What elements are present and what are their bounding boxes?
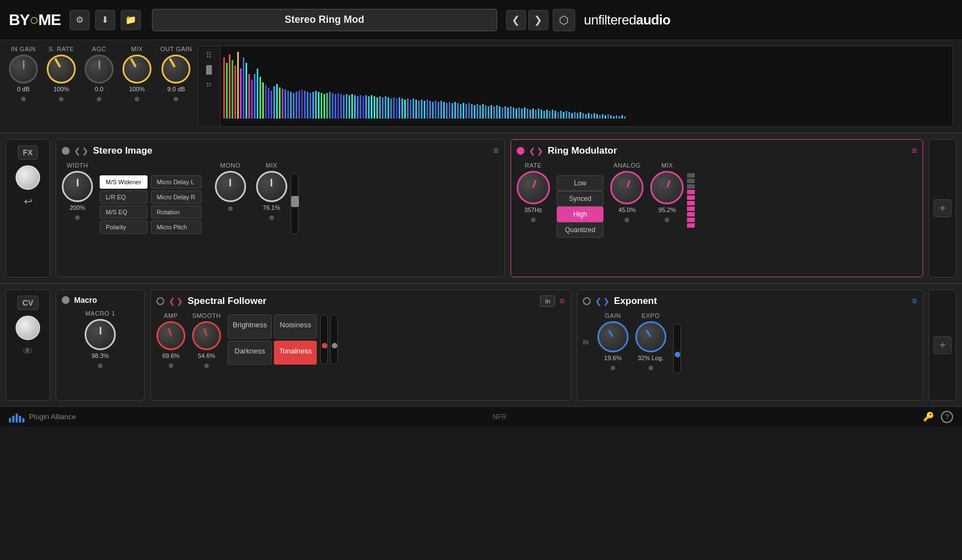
sf-slider-2[interactable] (330, 315, 338, 365)
mono-label: MONO (220, 162, 240, 169)
stereo-image-prev[interactable]: ❮ (74, 146, 81, 155)
sf-btn-tonalness[interactable]: Tonalness (274, 341, 317, 365)
si-tab-micro-delay-l[interactable]: Micro Delay L (151, 175, 202, 189)
stereo-image-next[interactable]: ❯ (82, 146, 89, 155)
svg-rect-35 (321, 93, 322, 119)
spectral-status-dot[interactable] (156, 297, 164, 305)
svg-rect-43 (343, 95, 345, 119)
exponent-next[interactable]: ❯ (603, 297, 610, 306)
sf-slider-1[interactable] (320, 315, 328, 365)
width-knob[interactable] (62, 171, 93, 202)
macro-status-dot[interactable] (62, 296, 70, 304)
svg-rect-128 (580, 112, 581, 119)
si-tab-rotation[interactable]: Rotation (151, 205, 202, 219)
svg-rect-63 (399, 97, 400, 119)
range-low-btn[interactable]: Low (557, 175, 604, 191)
download-button[interactable]: ⬇ (95, 10, 115, 30)
folder-button[interactable]: 📁 (121, 10, 141, 30)
ring-mod-next[interactable]: ❯ (537, 146, 543, 155)
smooth-knob[interactable] (192, 321, 221, 350)
sf-btn-darkness[interactable]: Darkness (228, 341, 272, 365)
stereo-image-menu[interactable]: ≡ (493, 146, 498, 156)
in-gain-knob[interactable] (9, 55, 38, 83)
expo-knob[interactable] (635, 321, 666, 352)
svg-rect-124 (568, 112, 570, 119)
mix-knob[interactable] (122, 55, 151, 83)
help-icon[interactable]: ? (941, 411, 953, 423)
range-quantized-btn[interactable]: Quantized (557, 222, 604, 238)
svg-rect-80 (446, 103, 448, 119)
spectral-menu[interactable]: ≡ (559, 296, 565, 306)
width-group: WIDTH 200% (62, 162, 93, 220)
cv-eye-icon[interactable]: 👁 (23, 346, 33, 357)
rm-mix-knob[interactable] (650, 171, 684, 204)
key-icon[interactable]: 🔑 (923, 411, 934, 422)
gain-knob[interactable] (597, 321, 629, 352)
svg-rect-46 (351, 94, 353, 119)
spectral-controls: AMP 69.6% SMOOTH 54.6% Brightness Noisin… (156, 312, 565, 368)
spectral-next[interactable]: ❯ (176, 297, 183, 306)
svg-rect-22 (284, 90, 286, 119)
sf-btn-noisiness[interactable]: Noisiness (274, 315, 317, 338)
sf-btn-brightness[interactable]: Brightness (228, 315, 272, 338)
svg-rect-141 (616, 115, 617, 119)
cv-add-button[interactable]: + (934, 336, 951, 354)
range-synced-btn[interactable]: Synced (557, 191, 604, 207)
svg-rect-18 (273, 86, 275, 119)
svg-rect-133 (593, 113, 595, 119)
amp-knob[interactable] (156, 321, 185, 350)
si-tab-polarity[interactable]: Polarity (100, 220, 148, 234)
fx-white-button[interactable] (16, 165, 40, 190)
stereo-image-status-dot[interactable] (62, 147, 70, 155)
brand-icon-button[interactable]: ⬡ (553, 9, 575, 31)
si-tab-lr-eq[interactable]: L/R EQ (100, 190, 148, 204)
exponent-prev[interactable]: ❮ (595, 297, 602, 306)
spectral-prev[interactable]: ❮ (169, 297, 175, 306)
mono-knob[interactable] (215, 171, 246, 202)
svg-rect-27 (298, 91, 300, 119)
prev-preset-button[interactable]: ❮ (506, 10, 526, 30)
range-high-btn[interactable]: High (557, 207, 604, 222)
agc-knob[interactable] (85, 55, 114, 83)
in-label: IN (583, 340, 588, 346)
ring-mod-menu[interactable]: ≡ (912, 146, 917, 156)
fx-add-button[interactable]: + (934, 199, 951, 217)
bar-view-button[interactable]: ▐▌ (204, 65, 215, 74)
in-gain-group: IN GAIN 0 dB (9, 46, 38, 101)
ring-mod-status-dot[interactable] (517, 147, 524, 155)
agc-label: AGC (92, 46, 106, 52)
preset-name[interactable]: Stereo Ring Mod (152, 9, 497, 31)
next-preset-button[interactable]: ❯ (528, 10, 548, 30)
settings-button[interactable]: ⚙ (70, 10, 90, 30)
analog-knob[interactable] (610, 171, 644, 204)
svg-rect-38 (329, 92, 331, 119)
s-rate-knob[interactable] (47, 55, 76, 83)
scatter-view-button[interactable]: ⠿ (206, 51, 212, 60)
si-tab-micro-delay-r[interactable]: Micro Delay R (151, 190, 202, 204)
out-gain-value: 9.0 dB (168, 86, 185, 92)
si-tab-micro-pitch[interactable]: Micro Pitch (151, 220, 202, 234)
svg-rect-71 (421, 100, 423, 119)
rate-value: 357Hz (524, 207, 542, 213)
svg-rect-54 (374, 96, 375, 119)
exponent-slider[interactable] (673, 323, 681, 374)
si-mix-slider[interactable] (291, 173, 298, 234)
si-tab-ms-eq[interactable]: M/S EQ (100, 205, 148, 219)
svg-rect-121 (560, 111, 562, 119)
exponent-status-dot[interactable] (583, 297, 591, 305)
ring-mod-prev[interactable]: ❮ (529, 146, 536, 155)
out-gain-knob[interactable] (161, 55, 190, 83)
fx-back-icon[interactable]: ↩ (24, 195, 32, 208)
spectral-in-badge[interactable]: In (540, 296, 555, 307)
si-tab-ms-widener[interactable]: M/S Widener (100, 175, 148, 189)
macro1-knob[interactable] (85, 319, 116, 350)
prev-icon: ❮ (512, 14, 520, 26)
cv-white-button[interactable] (16, 316, 40, 340)
exponent-menu[interactable]: ≡ (912, 296, 917, 306)
svg-rect-95 (488, 106, 489, 119)
width-dot (75, 215, 80, 220)
si-mix-knob[interactable] (256, 171, 287, 202)
svg-rect-99 (499, 106, 500, 119)
dot-view-button[interactable]: ⠶ (206, 80, 212, 89)
rate-knob[interactable] (517, 171, 550, 204)
